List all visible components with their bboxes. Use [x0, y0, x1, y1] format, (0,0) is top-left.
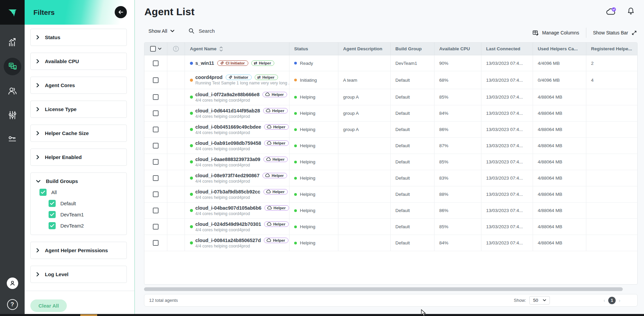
checkbox-checked-icon[interactable]	[49, 222, 56, 229]
filter-option-all[interactable]: All	[39, 189, 121, 196]
filter-section-agent-cores[interactable]: Agent Cores	[30, 77, 127, 94]
column-header-available-cpu[interactable]: Available CPU	[435, 43, 481, 55]
row-checkbox[interactable]	[153, 143, 159, 149]
used-helpers-cell: 4/88064 MB	[533, 154, 586, 170]
nav-settings[interactable]	[4, 106, 21, 124]
status-label: Helping	[300, 208, 315, 213]
column-header-last-connected[interactable]: Last Connected	[481, 43, 533, 55]
checkbox-checked-icon[interactable]	[49, 211, 56, 218]
user-avatar[interactable]	[7, 278, 18, 289]
table-footer: 12 total agents Show: 50 ‹ 1 ›	[144, 294, 638, 307]
column-header-registered-helpers[interactable]: Registered Helpe...	[586, 43, 638, 55]
table-row[interactable]: cloud_i-00841a24b8506527d Helper 4/4 cor…	[144, 235, 637, 251]
show-all-dropdown[interactable]: Show All	[148, 28, 174, 34]
used-helpers-cell: 0/4096 MB	[533, 71, 586, 89]
total-agents-label: 12 total agents	[149, 298, 178, 303]
chevron-right-icon	[36, 83, 39, 87]
select-menu-chevron-icon[interactable]	[158, 48, 162, 50]
available-cpu-cell: 85%	[435, 154, 481, 170]
nav-users[interactable]	[4, 82, 21, 100]
table-row[interactable]: coord4prod Initiator⇄Helper Running Test…	[144, 71, 637, 89]
row-checkbox[interactable]	[153, 110, 159, 116]
row-checkbox[interactable]	[153, 127, 159, 132]
table-row[interactable]: cloud_i-07b3af9db85cb92cc Helper 4/4 cor…	[144, 186, 637, 203]
column-header-build-group[interactable]: Build Group	[391, 43, 435, 55]
notifications-button[interactable]	[626, 7, 635, 16]
manage-columns-button[interactable]: Manage Columns	[532, 30, 579, 36]
filter-section-available-cpu[interactable]: Available CPU	[30, 53, 127, 70]
analytics-icon	[7, 37, 18, 48]
table-row[interactable]: s_win11 CI Initiator⇄Helper Ready DevTea…	[144, 55, 637, 71]
filter-section-status[interactable]: Status	[30, 29, 127, 46]
table-row[interactable]: cloud_i-04bac907d105ab6b6 Helper 4/4 cor…	[144, 203, 637, 219]
cloud-status-button[interactable]	[606, 7, 617, 16]
row-checkbox[interactable]	[153, 77, 159, 83]
agent-status-dot	[190, 112, 193, 115]
select-all-checkbox[interactable]	[150, 46, 156, 52]
checkbox-checked-icon[interactable]	[39, 189, 47, 196]
page-size-select[interactable]: 50	[529, 296, 550, 305]
filter-section-license-type[interactable]: License Type	[30, 101, 127, 118]
nav-license-keys[interactable]	[4, 131, 21, 148]
checkbox-checked-icon[interactable]	[49, 200, 56, 207]
row-checkbox[interactable]	[153, 191, 159, 197]
sort-icon[interactable]	[219, 46, 223, 52]
agent-name-cell: cloud_i-024d549d942b70301 Helper 4/4 cor…	[185, 219, 289, 235]
filter-section-helper-cache-size[interactable]: Helper Cache Size	[30, 125, 127, 142]
row-checkbox[interactable]	[153, 94, 159, 100]
show-status-bar-button[interactable]: Show Status Bar	[593, 30, 637, 36]
row-alert-cell	[167, 122, 185, 137]
filter-option-devteam1[interactable]: DevTeam1	[49, 211, 121, 218]
build-group-cell: Default	[391, 170, 435, 186]
table-row[interactable]: cloud_i-0aae8883239733a09 Helper 4/4 cor…	[144, 154, 637, 170]
table-row[interactable]: cloud_i-024d549d942b70301 Helper 4/4 cor…	[144, 219, 637, 235]
table-row[interactable]: cloud_i-08e973f74ed290867 Helper 4/4 cor…	[144, 170, 637, 186]
column-header-agent-name[interactable]: Agent Name	[185, 43, 289, 55]
next-page-button[interactable]: ›	[619, 298, 620, 303]
cloud-icon	[266, 109, 271, 112]
agent-name: coord4prod	[195, 75, 223, 80]
collapse-filters-button[interactable]	[115, 6, 127, 18]
status-cell: Helping	[289, 89, 338, 105]
nav-agents[interactable]	[4, 58, 21, 75]
nav-analytics[interactable]	[4, 33, 21, 51]
filter-option-devteam2[interactable]: DevTeam2	[49, 222, 121, 229]
row-checkbox[interactable]	[153, 224, 159, 230]
filter-section-build-groups[interactable]: Build GroupsAllDefaultDevTeam1DevTeam2	[30, 173, 127, 235]
filter-option-default[interactable]: Default	[49, 200, 121, 207]
column-header-status[interactable]: Status	[289, 43, 338, 55]
previous-page-button[interactable]: ‹	[604, 298, 605, 303]
row-checkbox[interactable]	[153, 208, 159, 213]
table-row[interactable]: cloud_i-0b0451669c49cbdee Helper 4/4 cor…	[144, 122, 637, 138]
help-button[interactable]: ?	[7, 299, 18, 310]
filter-section-agent-helper-permissions[interactable]: Agent Helper Permissions	[30, 242, 127, 259]
column-header-description[interactable]: Agent Description	[338, 43, 391, 55]
row-checkbox[interactable]	[153, 60, 159, 66]
table-row[interactable]: cloud_i-0d6441d144f95ab28 Helper 4/4 cor…	[144, 105, 637, 122]
last-connected-cell: 13/03/2023 07:4...	[481, 170, 533, 186]
table-row[interactable]: cloud_i-0ab91e098db759458 Helper 4/4 cor…	[144, 138, 637, 154]
registered-helpers-cell	[586, 170, 638, 186]
filters-header: Filters	[25, 0, 134, 25]
filter-section-helper-enabled[interactable]: Helper Enabled	[30, 149, 127, 166]
row-checkbox[interactable]	[153, 175, 159, 181]
agent-subtext: 4/4 cores helping coord4prod	[195, 98, 287, 103]
column-header-used-helpers[interactable]: Used Helpers Ca...	[533, 43, 586, 55]
scrollbar-thumb[interactable]	[144, 287, 623, 291]
status-dot	[294, 96, 297, 99]
app-logo[interactable]	[0, 0, 25, 25]
status-dot	[294, 128, 297, 131]
agent-name: cloud_i-0d6441d144f95ab28	[195, 108, 260, 113]
filter-section-log-level[interactable]: Log Level	[30, 266, 127, 283]
search-input[interactable]	[199, 28, 286, 34]
badge-helper: Helper	[263, 157, 288, 162]
horizontal-scrollbar[interactable]	[144, 287, 638, 291]
build-group-cell: Default	[391, 105, 435, 121]
badge-helper: Helper	[262, 92, 287, 97]
taskbar-accent	[80, 314, 97, 316]
table-row[interactable]: cloud_i-0f72a9a2e88b666e8 Helper 4/4 cor…	[144, 89, 637, 105]
available-cpu-cell: 84%	[435, 235, 481, 251]
clear-all-button[interactable]: Clear All	[30, 299, 67, 312]
row-checkbox[interactable]	[153, 240, 159, 246]
row-checkbox[interactable]	[153, 159, 159, 165]
